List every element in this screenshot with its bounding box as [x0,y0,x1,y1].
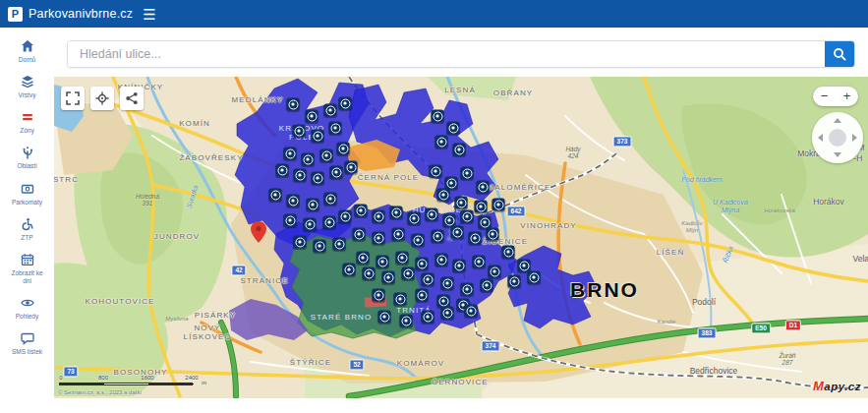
parking-meter-marker[interactable] [287,98,300,111]
parking-meter-marker[interactable] [284,214,297,227]
parking-meter-marker[interactable] [528,271,541,284]
parking-meter-marker[interactable] [473,256,486,268]
pan-down-icon[interactable] [834,152,841,157]
parking-meter-marker[interactable] [489,266,501,278]
sidebar-item-vrstvy[interactable]: Vrstvy [1,75,53,99]
sidebar-item-oblasti[interactable]: Oblasti [1,146,53,170]
parking-meter-marker[interactable] [432,230,444,243]
parking-meter-marker[interactable] [435,136,448,148]
sidebar-item-dom[interactable]: Domů [1,39,53,64]
parking-meter-marker[interactable] [502,246,515,259]
parking-meter-marker[interactable] [422,273,434,286]
pan-up-icon[interactable] [834,118,841,123]
parking-meter-marker[interactable] [435,254,448,266]
parking-meter-marker[interactable] [394,293,407,306]
parking-meter-marker[interactable] [269,189,282,202]
parking-meter-marker[interactable] [412,234,425,247]
sidebar-item-parkomaty[interactable]: Parkomaty [1,182,53,206]
location-pin-icon[interactable] [251,221,266,247]
sidebar-item-pohledy[interactable]: Pohledy [1,296,53,321]
parking-meter-marker[interactable] [441,277,454,290]
parking-meter-marker[interactable] [492,199,505,211]
parking-meter-marker[interactable] [339,210,352,223]
parking-meter-marker[interactable] [373,289,385,302]
parking-meter-marker[interactable] [304,218,317,231]
pan-right-icon[interactable] [852,134,857,142]
parking-meter-marker[interactable] [430,165,442,178]
search-input[interactable] [68,41,825,67]
parking-meter-marker[interactable] [382,271,395,284]
parking-meter-marker[interactable] [477,181,490,194]
parking-meter-marker[interactable] [323,216,336,229]
parking-meter-marker[interactable] [276,164,289,177]
parking-meter-marker[interactable] [508,275,521,288]
parking-meter-marker[interactable] [343,264,356,276]
parking-meter-marker[interactable] [287,195,300,207]
parking-meter-marker[interactable] [373,232,385,245]
parking-meter-marker[interactable] [402,267,415,280]
parking-meter-marker[interactable] [312,130,324,143]
parking-meter-marker[interactable] [373,210,385,223]
parking-meter-marker[interactable] [437,189,450,202]
parking-meter-marker[interactable] [451,226,464,239]
parking-meter-marker[interactable] [461,167,474,180]
parking-meter-marker[interactable] [447,122,460,135]
parking-meter-marker[interactable] [339,97,352,110]
share-button[interactable] [120,87,144,110]
parking-meter-marker[interactable] [396,252,409,265]
mapycz-logo[interactable]: Mapy.cz [813,379,861,393]
parking-meter-marker[interactable] [416,258,429,270]
parking-meter-marker[interactable] [432,110,444,123]
parking-meter-marker[interactable] [353,228,366,241]
parking-meter-marker[interactable] [408,212,421,225]
sidebar-item-ztp[interactable]: ZTP [1,217,53,242]
hamburger-menu-icon[interactable]: ☰ [143,7,155,22]
parking-meter-marker[interactable] [376,256,389,268]
parking-meter-marker[interactable] [324,193,337,206]
parking-meter-marker[interactable] [455,197,468,209]
parking-meter-marker[interactable] [426,208,438,221]
parking-meter-marker[interactable] [416,289,429,302]
parking-meter-marker[interactable] [357,252,370,265]
parking-meter-marker[interactable] [320,149,333,162]
parking-meter-marker[interactable] [355,205,368,217]
fullscreen-button[interactable] [61,87,85,110]
parking-meter-marker[interactable] [378,311,391,324]
parking-meter-marker[interactable] [314,240,326,253]
parking-meter-marker[interactable] [294,236,307,249]
parking-meter-marker[interactable] [337,143,350,155]
pan-control[interactable] [812,112,863,163]
parking-meter-marker[interactable] [400,315,413,327]
pan-center-knob[interactable] [829,129,846,147]
parking-meter-marker[interactable] [330,166,343,179]
parking-meter-marker[interactable] [461,210,474,223]
parking-meter-marker[interactable] [441,307,454,320]
sidebar-item-sms-l-stek[interactable]: SMS lístek [1,331,53,356]
sidebar-item-z-ny[interactable]: Zóny [1,110,53,135]
parking-meter-marker[interactable] [329,122,342,135]
parking-meter-marker[interactable] [487,228,499,241]
parking-meter-marker[interactable] [453,144,466,156]
parking-meter-marker[interactable] [390,206,403,219]
parking-meter-marker[interactable] [518,260,531,272]
brand-title[interactable]: Parkovanivbrne.cz [29,7,133,21]
parking-meter-marker[interactable] [312,172,324,185]
parking-meter-marker[interactable] [293,125,306,138]
parking-meter-marker[interactable] [392,228,405,241]
parking-meter-marker[interactable] [307,199,319,211]
parking-meter-marker[interactable] [324,104,337,117]
locate-button[interactable] [90,87,114,110]
zoom-out-button[interactable]: − [813,88,836,105]
parking-meter-marker[interactable] [363,267,376,280]
zoom-in-button[interactable]: + [836,88,858,105]
parking-meter-marker[interactable] [422,311,434,324]
search-button[interactable] [825,41,854,67]
parking-meter-marker[interactable] [461,283,474,296]
parking-meter-marker[interactable] [475,201,488,213]
parking-meter-marker[interactable] [453,260,466,272]
parking-meter-marker[interactable] [284,148,297,160]
parking-meter-marker[interactable] [469,232,482,245]
parking-meter-marker[interactable] [302,153,315,166]
map-canvas[interactable]: − + 080016002400 m © Seznam.cz, a.s., 20… [54,77,868,398]
parking-meter-marker[interactable] [465,305,478,318]
